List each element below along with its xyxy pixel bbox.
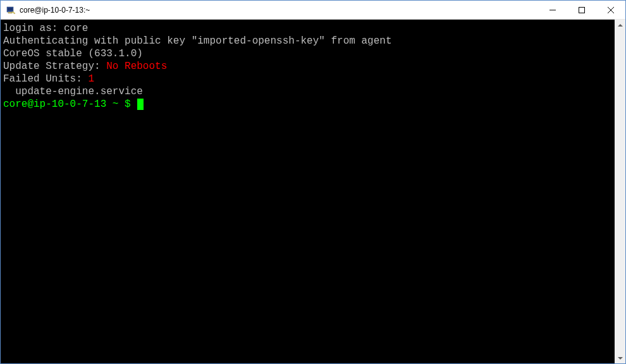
maximize-icon — [579, 7, 585, 13]
chevron-up-icon — [618, 24, 623, 27]
close-button[interactable] — [596, 1, 625, 19]
scroll-down-button[interactable] — [615, 353, 625, 363]
update-value: No Reboots — [106, 61, 167, 72]
login-user: core — [64, 23, 88, 34]
minimize-button[interactable] — [538, 1, 567, 19]
terminal-line: Update Strategy: No Reboots — [3, 60, 615, 73]
failed-count: 1 — [88, 73, 94, 85]
terminal-line: Failed Units: 1 — [3, 73, 615, 85]
window-controls — [538, 1, 625, 19]
chevron-down-icon — [618, 357, 623, 360]
svg-rect-2 — [8, 12, 12, 13]
prompt: core@ip-10-0-7-13 ~ $ — [3, 99, 137, 110]
putty-icon — [6, 5, 16, 15]
terminal-line: Authenticating with public key "imported… — [3, 35, 615, 47]
terminal-line: login as: core — [3, 22, 615, 35]
maximize-button[interactable] — [567, 1, 596, 19]
app-window: core@ip-10-0-7-13:~ login as: coreAuthen… — [0, 0, 626, 364]
window-title: core@ip-10-0-7-13:~ — [20, 6, 538, 15]
terminal-line: core@ip-10-0-7-13 ~ $ — [3, 98, 615, 111]
failed-label: Failed Units: — [3, 73, 88, 85]
scroll-up-button[interactable] — [615, 20, 625, 30]
svg-rect-4 — [579, 7, 585, 13]
minimize-icon — [549, 7, 556, 13]
cursor — [137, 99, 144, 110]
scroll-track[interactable] — [615, 30, 625, 353]
scrollbar[interactable] — [615, 20, 625, 363]
terminal-line: CoreOS stable (633.1.0) — [3, 47, 615, 60]
close-icon — [608, 7, 614, 13]
login-label: login as: — [3, 23, 64, 34]
titlebar[interactable]: core@ip-10-0-7-13:~ — [1, 1, 625, 20]
update-label: Update Strategy: — [3, 61, 106, 72]
terminal-line: update-engine.service — [3, 85, 615, 98]
terminal[interactable]: login as: coreAuthenticating with public… — [1, 20, 615, 363]
svg-rect-1 — [8, 8, 13, 11]
terminal-container: login as: coreAuthenticating with public… — [1, 20, 625, 363]
